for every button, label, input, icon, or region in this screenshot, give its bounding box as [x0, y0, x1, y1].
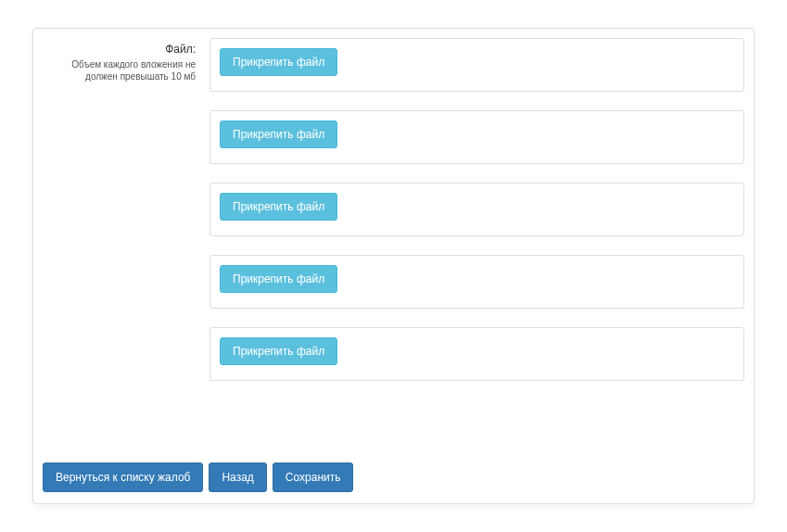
attach-file-button[interactable]: Прикрепить файл	[220, 265, 337, 293]
attach-slot: Прикрепить файл	[209, 255, 744, 309]
attach-slot: Прикрепить файл	[209, 38, 744, 92]
form-panel: Файл: Объем каждого вложения не должен п…	[32, 28, 755, 504]
file-label-column: Файл: Объем каждого вложения не должен п…	[43, 38, 209, 82]
back-to-list-button[interactable]: Вернуться к списку жалоб	[43, 462, 203, 492]
attach-file-button[interactable]: Прикрепить файл	[220, 193, 337, 221]
file-label: Файл:	[43, 43, 196, 57]
file-row: Файл: Объем каждого вложения не должен п…	[43, 38, 744, 381]
attach-file-button[interactable]: Прикрепить файл	[220, 48, 337, 76]
attach-slot: Прикрепить файл	[209, 110, 744, 164]
attach-file-button[interactable]: Прикрепить файл	[220, 337, 337, 365]
attach-slot: Прикрепить файл	[209, 183, 744, 236]
save-button[interactable]: Сохранить	[273, 462, 354, 492]
file-size-hint: Объем каждого вложения не должен превыша…	[43, 58, 196, 82]
attach-slot: Прикрепить файл	[209, 327, 744, 381]
attach-file-button[interactable]: Прикрепить файл	[220, 120, 337, 148]
file-field-column: Прикрепить файл Прикрепить файл Прикрепи…	[209, 38, 744, 381]
footer-actions: Вернуться к списку жалоб Назад Сохранить	[43, 462, 353, 492]
back-button[interactable]: Назад	[209, 462, 266, 492]
